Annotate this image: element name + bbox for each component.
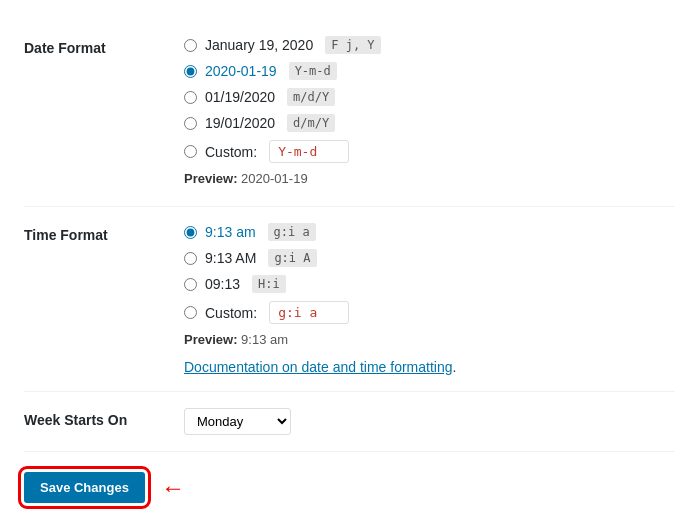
date-tag-2: Y-m-d bbox=[289, 62, 337, 80]
date-radio-4[interactable] bbox=[184, 117, 197, 130]
time-tag-2: g:i A bbox=[268, 249, 316, 267]
time-radio-1[interactable] bbox=[184, 226, 197, 239]
date-tag-1: F j, Y bbox=[325, 36, 380, 54]
time-label-4: Custom: bbox=[205, 305, 257, 321]
date-format-controls: January 19, 2020 F j, Y 2020-01-19 Y-m-d… bbox=[184, 36, 675, 190]
save-changes-button[interactable]: Save Changes bbox=[24, 472, 145, 503]
date-option-4: 19/01/2020 d/m/Y bbox=[184, 114, 675, 132]
date-option-2: 2020-01-19 Y-m-d bbox=[184, 62, 675, 80]
time-custom-input[interactable] bbox=[269, 301, 349, 324]
time-label-3: 09:13 bbox=[205, 276, 240, 292]
time-format-row: Time Format 9:13 am g:i a 9:13 AM g:i A … bbox=[24, 207, 675, 392]
time-option-2: 9:13 AM g:i A bbox=[184, 249, 675, 267]
time-option-3: 09:13 H:i bbox=[184, 275, 675, 293]
date-custom-input[interactable] bbox=[269, 140, 349, 163]
time-preview-value: 9:13 am bbox=[241, 332, 288, 347]
date-radio-5[interactable] bbox=[184, 145, 197, 158]
date-format-label: Date Format bbox=[24, 36, 184, 56]
time-tag-1: g:i a bbox=[268, 223, 316, 241]
time-label-1: 9:13 am bbox=[205, 224, 256, 240]
settings-page: Date Format January 19, 2020 F j, Y 2020… bbox=[0, 0, 699, 524]
date-label-1: January 19, 2020 bbox=[205, 37, 313, 53]
save-row: Save Changes ← bbox=[24, 472, 675, 503]
date-option-5: Custom: bbox=[184, 140, 675, 163]
time-format-label: Time Format bbox=[24, 223, 184, 243]
week-starts-row: Week Starts On Sunday Monday Tuesday Wed… bbox=[24, 392, 675, 452]
date-option-1: January 19, 2020 F j, Y bbox=[184, 36, 675, 54]
week-starts-select[interactable]: Sunday Monday Tuesday Wednesday Thursday… bbox=[184, 408, 291, 435]
time-option-4: Custom: bbox=[184, 301, 675, 324]
week-starts-label: Week Starts On bbox=[24, 408, 184, 428]
arrow-icon: ← bbox=[161, 474, 185, 502]
date-radio-3[interactable] bbox=[184, 91, 197, 104]
date-preview: Preview: 2020-01-19 bbox=[184, 171, 675, 186]
date-preview-value: 2020-01-19 bbox=[241, 171, 308, 186]
time-option-1: 9:13 am g:i a bbox=[184, 223, 675, 241]
time-tag-3: H:i bbox=[252, 275, 286, 293]
date-option-3: 01/19/2020 m/d/Y bbox=[184, 88, 675, 106]
time-label-2: 9:13 AM bbox=[205, 250, 256, 266]
date-label-4: 19/01/2020 bbox=[205, 115, 275, 131]
time-preview: Preview: 9:13 am bbox=[184, 332, 675, 347]
time-radio-4[interactable] bbox=[184, 306, 197, 319]
doc-link[interactable]: Documentation on date and time formattin… bbox=[184, 359, 453, 375]
date-tag-4: d/m/Y bbox=[287, 114, 335, 132]
week-starts-controls: Sunday Monday Tuesday Wednesday Thursday… bbox=[184, 408, 675, 435]
date-label-5: Custom: bbox=[205, 144, 257, 160]
date-radio-1[interactable] bbox=[184, 39, 197, 52]
date-format-row: Date Format January 19, 2020 F j, Y 2020… bbox=[24, 20, 675, 207]
date-label-2: 2020-01-19 bbox=[205, 63, 277, 79]
time-format-controls: 9:13 am g:i a 9:13 AM g:i A 09:13 H:i Cu… bbox=[184, 223, 675, 375]
date-radio-2[interactable] bbox=[184, 65, 197, 78]
date-label-3: 01/19/2020 bbox=[205, 89, 275, 105]
time-radio-2[interactable] bbox=[184, 252, 197, 265]
time-radio-3[interactable] bbox=[184, 278, 197, 291]
save-section: Save Changes ← bbox=[24, 452, 675, 513]
date-tag-3: m/d/Y bbox=[287, 88, 335, 106]
